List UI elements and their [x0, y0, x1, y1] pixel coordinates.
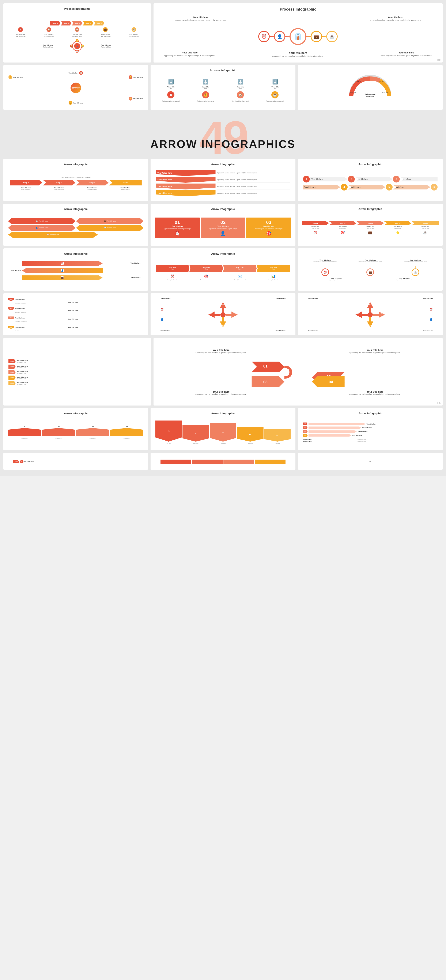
svg-point-18 [368, 312, 373, 317]
infographic-1: Step 1 Step 2 Step 3 Step 4 Step 5 ⏰ [6, 13, 148, 60]
arrow-infographic-16: 01 02 03 04 [154, 417, 292, 447]
svg-text:STEP 01: STEP 01 [350, 91, 356, 93]
slide-arrow-title-2: Arrow Infographic [211, 162, 235, 166]
arrow-row-4: 2016 Your title here Small text descript… [3, 293, 443, 336]
arrow-section-banner: 49 ARROW INFOGRAPHICS [3, 112, 443, 159]
slide-title-1: Process Infographic [64, 7, 90, 10]
slide-arrow-title-17: Arrow infographic [359, 412, 382, 415]
slide-arrow-2: Arrow Infographic Your Titles Here Your … [151, 159, 295, 201]
slide-bottom-3: 01 [298, 453, 443, 470]
slide-arrow-4: Arrow Infographic ☕Your title here 💼Your… [3, 204, 148, 246]
arrow-infographic-bottom-1: 2017 9 Your title here [6, 457, 145, 467]
infographic-3: STARTUP Your title here 📋 💡 Your title h… [6, 69, 145, 107]
svg-text:04: 04 [222, 324, 224, 326]
slide-title-2: Process Infographic [280, 7, 316, 12]
slide-arrow-3: Arrow Infographic 1 Your title here 2 Yo… [298, 159, 443, 201]
arrow-infographic-7: ⏰ Your title here 👤 Your title here 💼 [6, 258, 145, 288]
svg-marker-20 [373, 312, 385, 318]
title-text-2: Your title here [36, 33, 62, 35]
svg-point-9 [221, 312, 225, 317]
arrow-row-5: 2016 Your title here Description text 20… [3, 338, 443, 406]
slide-arrow-17: Arrow infographic 01 Your title here 02 [298, 408, 443, 450]
slide-arrow-15: Arrow Infographic 01 02 0 [3, 408, 148, 450]
slide-arrow-title-5: Arrow Infographic [211, 207, 235, 211]
arrow-infographic-3: 1 Your title here 2 Your title here 3 Yo… [301, 168, 440, 198]
arrow-infographic-15: 01 02 03 04 [6, 417, 145, 447]
title-text-5: Your title here [121, 33, 146, 35]
arrow-row-1: Arrow Infographic Description text here … [3, 159, 443, 201]
svg-text:STEP 03: STEP 03 [378, 81, 384, 83]
arrow-infographic-17: 01 Your title here 02 Your title here 03 [301, 417, 440, 447]
slide-arrow-10: 2016 Your title here Small text descript… [3, 293, 148, 336]
slide-arrow-title-8: Arrow infographic [211, 252, 235, 255]
svg-text:02: 02 [369, 304, 371, 305]
slide-arrow-title-15: Arrow Infographic [64, 412, 87, 415]
slide-num-2: 119 [437, 59, 441, 61]
svg-text:02: 02 [222, 304, 224, 305]
svg-text:04: 04 [369, 324, 371, 326]
title-text-1: Your title here [8, 33, 33, 35]
arrow-infographic-14: Your title here Apparently we had reache… [157, 342, 440, 402]
process-row-1: Process Infographic Step 1 Step 2 Step 3… [3, 3, 443, 62]
svg-text:Infographic: Infographic [365, 93, 375, 95]
step-5-arrow: Step 5 [94, 21, 104, 25]
slide-arrow-title-1: Arrow Infographic [64, 162, 87, 166]
svg-marker-34 [312, 376, 344, 387]
arrow-infographic-9: Your title here Apparently we had reache… [301, 252, 440, 288]
arrow-infographic-8: Your TitlesHere Your TitlesHere Your Tit… [154, 258, 292, 288]
arrow-row-bottom: 2017 9 Your title here 01 [3, 453, 443, 470]
arrow-infographic-5: 01 Your title here Apparently we had rea… [154, 213, 292, 243]
slide-process-1: Process Infographic Step 1 Step 2 Step 3… [3, 3, 151, 62]
arrow-infographic-13: 2016 Your title here Description text 20… [6, 342, 148, 402]
slide-process-4: Process Infographic ⬇️ Your title here ⬇… [151, 65, 295, 110]
slide-arrow-title-4: Arrow Infographic [64, 207, 87, 211]
slide-num-14: 135 [437, 402, 441, 404]
infographic-4: ⬇️ Your title here ⬇️ Your title here ⬇️… [154, 74, 292, 107]
arrow-infographic-12: Your title here Your title here 01 03 02… [301, 297, 440, 332]
svg-text:STEP 02: STEP 02 [356, 81, 361, 83]
svg-marker-27 [251, 361, 284, 372]
slide-title-4: Process Infographic [210, 69, 236, 72]
slide-process-2: Process Infographic Your title here Appa… [154, 3, 443, 62]
arrow-infographic-2: Your Titles Here Your Titles Here Your T… [154, 168, 292, 198]
slide-process-5: Infographic elements STEP 01 STEP 04 STE… [298, 65, 443, 110]
banner-title: ARROW INFOGRAPHICS [8, 125, 438, 150]
svg-marker-32 [251, 376, 284, 387]
slide-bottom-2 [151, 453, 295, 470]
svg-text:01: 01 [210, 312, 212, 314]
title-text-4: Your title here [93, 33, 118, 35]
title-text-3: Your title here [64, 33, 90, 35]
arrow-infographic-1: Description text here for the infographi… [6, 168, 145, 198]
slide-arrow-title-6: Arrow Infographic [359, 207, 382, 211]
slide-process-3: STARTUP Your title here 📋 💡 Your title h… [3, 65, 148, 110]
arrow-infographic-11: Your title here Your title here [154, 297, 292, 332]
slide-arrow-14: Your title here Apparently we had reache… [154, 338, 443, 406]
slide-arrow-7: Arrow Infographic ⏰ Your title here 👤 [3, 248, 148, 291]
svg-text:STEP 04: STEP 04 [382, 91, 388, 93]
step-1-arrow: Step 1 [50, 21, 60, 25]
svg-text:01: 01 [357, 312, 359, 314]
slide-arrow-13: 2016 Your title here Description text 20… [3, 338, 151, 406]
svg-text:01: 01 [263, 364, 267, 368]
arrow-infographic-4: ☕Your title here 💼Your title here 👤Your … [6, 213, 145, 243]
slide-arrow-9: Your title here Apparently we had reache… [298, 248, 443, 291]
step-3-arrow: Step 3 [72, 21, 83, 25]
infographic-2: Your title here Apparently we had reache… [157, 14, 440, 60]
infographic-5: Infographic elements STEP 01 STEP 04 STE… [301, 69, 440, 107]
slide-arrow-title-7: Arrow Infographic [64, 252, 87, 255]
slide-arrow-title-3: Arrow Infographic [359, 162, 382, 166]
arrow-infographic-bottom-2 [154, 457, 292, 467]
arrow-row-6: Arrow Infographic 01 02 0 [3, 408, 443, 450]
svg-text:03: 03 [234, 312, 236, 314]
slide-arrow-title-16: Arrow infographic [211, 412, 235, 415]
slide-arrow-5: Arrow Infographic 01 Your title here App… [151, 204, 295, 246]
slide-arrow-6: Arrow Infographic Step 01 Step 02 Step 0… [298, 204, 443, 246]
slide-bottom-1: 2017 9 Your title here [3, 453, 148, 470]
slide-arrow-16: Arrow infographic 01 02 [151, 408, 295, 450]
svg-text:03: 03 [381, 312, 383, 314]
slide-arrow-8: Arrow infographic Your TitlesHere Your T… [151, 248, 295, 291]
svg-text:👤: 👤 [76, 45, 78, 47]
slide-arrow-1: Arrow Infographic Description text here … [3, 159, 148, 201]
arrow-row-3: Arrow Infographic ⏰ Your title here 👤 [3, 248, 443, 291]
arrow-infographic-10: 2016 Your title here Small text descript… [6, 297, 145, 332]
